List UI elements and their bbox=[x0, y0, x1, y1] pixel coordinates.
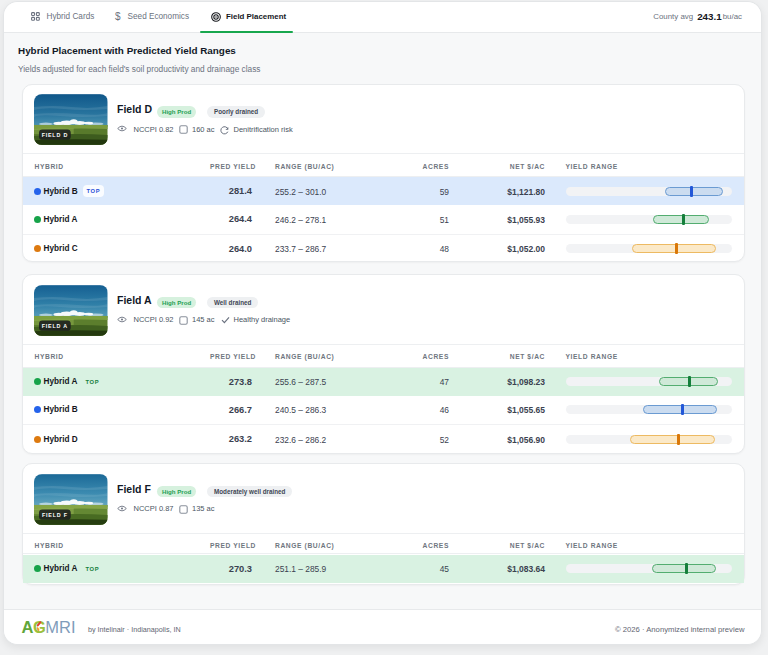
svg-text:FIELD A: FIELD A bbox=[42, 323, 68, 329]
svg-text:FIELD D: FIELD D bbox=[42, 132, 68, 138]
svg-text:FIELD F: FIELD F bbox=[42, 512, 68, 518]
